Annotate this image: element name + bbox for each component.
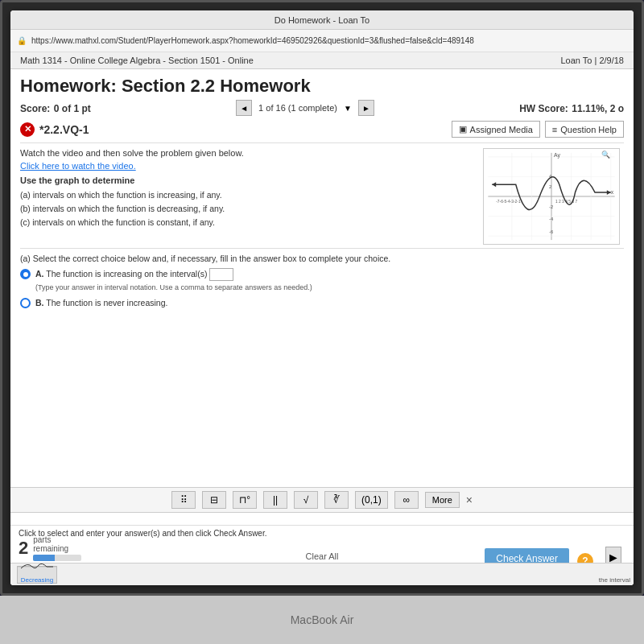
question-parts: (a) intervals on which the function is i… <box>20 188 382 229</box>
incorrect-icon: ✕ <box>20 122 35 137</box>
hw-score-value: 11.11%, 2 o <box>572 103 624 114</box>
browser-url-bar: 🔒 https://www.mathxl.com/Student/PlayerH… <box>10 30 634 52</box>
question-help-icon: ≡ <box>552 125 557 134</box>
side-note: the interval <box>596 575 634 585</box>
use-graph-text: Use the graph to determine <box>20 175 382 185</box>
toolbar-btn-cbrt[interactable]: ∛ <box>324 491 349 509</box>
user-name: Loan To <box>560 56 592 65</box>
assigned-media-label: Assigned Media <box>470 125 533 134</box>
thumbnail-content: Decreasing Function <box>18 559 56 586</box>
question-header-row: ✕ *2.2.VQ-1 ▣ Assigned Media ≡ Question … <box>20 121 624 143</box>
parts-label-2: remaining <box>33 544 81 553</box>
parts-label-1: parts <box>33 535 81 544</box>
header-buttons: ▣ Assigned Media ≡ Question Help <box>452 121 624 138</box>
svg-text:Ay: Ay <box>554 152 560 159</box>
question-id-section: ✕ *2.2.VQ-1 <box>20 122 89 137</box>
question-help-button[interactable]: ≡ Question Help <box>545 121 624 138</box>
watch-link[interactable]: Click here to watch the video. <box>20 161 382 171</box>
svg-text:2: 2 <box>549 184 551 189</box>
toolbar-btn-2[interactable]: ⊟ <box>202 491 226 509</box>
svg-marker-22 <box>492 182 496 187</box>
macbook-bottom: MacBook Air <box>0 596 644 644</box>
browser-content: Math 1314 - Online College Algebra - Sec… <box>10 52 634 585</box>
thumbnail-graph: Decreasing Function <box>17 566 57 584</box>
browser-title: Do Homework - Loan To <box>275 15 369 25</box>
option-b-label: B. The function is never increasing. <box>35 297 167 310</box>
macbook-label: MacBook Air <box>291 613 354 626</box>
part-c: (c) intervals on which the function is c… <box>20 216 382 229</box>
svg-text:-4: -4 <box>549 217 554 221</box>
answer-section: (a) Select the correct choice below and,… <box>20 248 624 310</box>
assigned-media-icon: ▣ <box>459 124 467 134</box>
svg-text:-2: -2 <box>549 204 553 209</box>
monitor-screen: Do Homework - Loan To 🔒 https://www.math… <box>0 0 644 596</box>
toolbar-btn-4[interactable]: || <box>263 491 287 509</box>
option-b-text: The function is never increasing. <box>46 298 167 308</box>
score-label: Score: <box>20 103 50 114</box>
nav-prev-button[interactable]: ◄ <box>236 100 252 116</box>
nav-dropdown-icon[interactable]: ▼ <box>344 104 352 113</box>
url-text: https://www.mathxl.com/Student/PlayerHom… <box>31 36 474 45</box>
question-left: Watch the video and then solve the probl… <box>20 148 382 245</box>
question-right: Ay x 🔍 4 2 -2 -4 -6 -7-6-5-4-3-2-1 <box>390 148 620 245</box>
option-a-label: A. The function is increasing on the int… <box>35 268 312 294</box>
toolbar-close-icon[interactable]: × <box>466 493 473 506</box>
toolbar-btn-infinity[interactable]: ∞ <box>394 491 419 509</box>
parts-number: 2 <box>19 538 28 559</box>
toolbar-btn-1[interactable]: ⠿ <box>171 491 196 509</box>
option-b-row: B. The function is never increasing. <box>20 297 624 310</box>
option-b-letter: B. <box>35 298 44 308</box>
math-toolbar: ⠿ ⊟ ⊓° || √ ∛ (0,1) ∞ More × <box>10 487 634 513</box>
svg-text:-6: -6 <box>549 229 554 234</box>
part-b: (b) intervals on which the function is d… <box>20 202 382 216</box>
toolbar-btn-sqrt[interactable]: √ <box>294 491 318 509</box>
assigned-media-button[interactable]: ▣ Assigned Media <box>452 121 540 138</box>
radio-a[interactable] <box>20 269 31 279</box>
svg-text:🔍: 🔍 <box>601 150 611 159</box>
watch-text: Watch the video and then solve the probl… <box>20 148 382 158</box>
radio-inner <box>23 272 28 277</box>
user-date: Loan To | 2/9/18 <box>560 56 624 65</box>
homework-title: Homework: Section 2.2 Homework <box>20 76 624 97</box>
lock-icon: 🔒 <box>17 36 27 45</box>
answer-input-box[interactable] <box>209 268 233 281</box>
hw-score-section: HW Score: 11.11%, 2 o <box>519 101 624 115</box>
graph-container: Ay x 🔍 4 2 -2 -4 -6 -7-6-5-4-3-2-1 <box>483 148 620 245</box>
option-a-row: A. The function is increasing on the int… <box>20 268 624 294</box>
browser-title-bar: Do Homework - Loan To <box>10 10 634 30</box>
app-header: Math 1314 - Online College Algebra - Sec… <box>10 52 634 69</box>
svg-text:x: x <box>611 189 614 195</box>
bottom-thumbnail-area: Decreasing Function the interval <box>10 563 634 585</box>
parts-label-container: parts remaining <box>33 535 81 561</box>
course-title: Math 1314 - Online College Algebra - Sec… <box>20 56 254 65</box>
browser-window: Do Homework - Loan To 🔒 https://www.math… <box>10 10 634 585</box>
option-a-note: (Type your answer in interval notation. … <box>35 283 312 291</box>
option-a-text: The function is increasing on the interv… <box>46 269 207 279</box>
main-content: Homework: Section 2.2 Homework Score: 0 … <box>10 69 634 320</box>
score-value: 0 of 1 pt <box>54 103 91 114</box>
answer-bar: Click to select and enter your answer(s)… <box>10 525 634 541</box>
nav-row: ◄ 1 of 16 (1 complete) ▼ ► <box>236 100 374 116</box>
question-help-label: Question Help <box>560 125 617 134</box>
toolbar-more-button[interactable]: More <box>425 492 460 508</box>
svg-text:-7-6-5-4-3-2-1: -7-6-5-4-3-2-1 <box>496 200 521 204</box>
question-id-text: *2.2.VQ-1 <box>39 123 89 136</box>
score-section: Score: 0 of 1 pt <box>20 101 91 115</box>
graph-svg: Ay x 🔍 4 2 -2 -4 -6 -7-6-5-4-3-2-1 <box>484 149 619 244</box>
score-row: Score: 0 of 1 pt ◄ 1 of 16 (1 complete) … <box>20 100 624 116</box>
toolbar-btn-interval[interactable]: (0,1) <box>355 491 388 509</box>
hw-score-label: HW Score: <box>519 103 568 114</box>
date: 2/9/18 <box>599 56 624 65</box>
decreasing-label: Decreasing Function <box>18 576 56 586</box>
radio-b[interactable] <box>20 298 31 308</box>
clear-all-button[interactable]: Clear All <box>306 551 339 561</box>
toolbar-btn-3[interactable]: ⊓° <box>233 491 257 509</box>
parts-remaining: 2 parts remaining <box>19 535 81 561</box>
nav-next-button[interactable]: ► <box>358 100 374 116</box>
part-a: (a) intervals on which the function is i… <box>20 188 382 202</box>
question-body: Watch the video and then solve the probl… <box>20 148 624 245</box>
answer-prompt: (a) Select the correct choice below and,… <box>20 254 624 263</box>
nav-position: 1 of 16 (1 complete) <box>258 103 337 113</box>
option-a-letter: A. <box>35 269 44 279</box>
